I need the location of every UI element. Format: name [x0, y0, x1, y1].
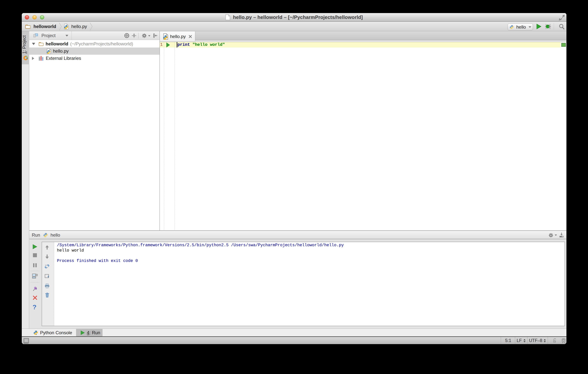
svg-text:T: T — [554, 341, 555, 342]
